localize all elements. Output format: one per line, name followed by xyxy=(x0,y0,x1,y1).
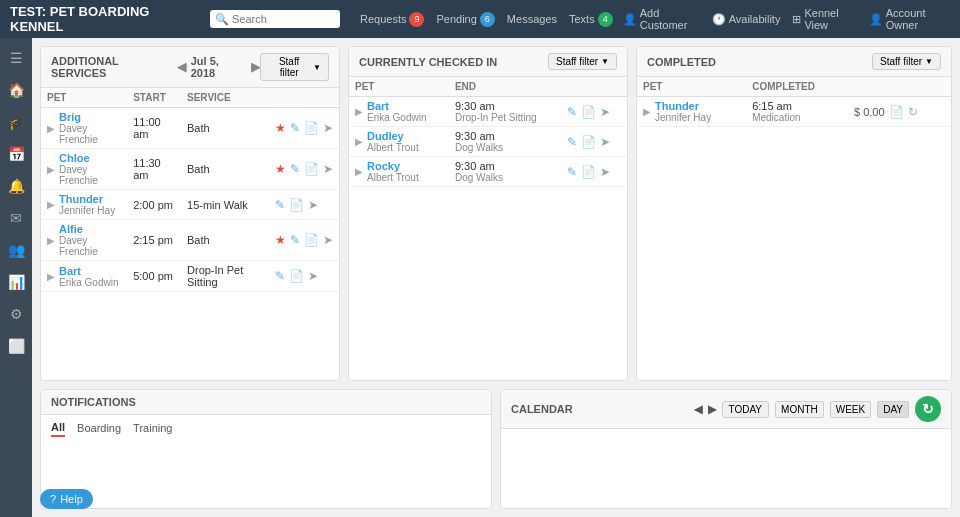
forward-icon[interactable]: ➤ xyxy=(600,135,610,149)
row-actions: ✎ 📄 ➤ xyxy=(561,97,627,127)
c-col-completed: COMPLETED xyxy=(746,77,848,97)
edit-icon[interactable]: ✎ xyxy=(290,121,300,135)
pet-name[interactable]: Rocky xyxy=(367,160,419,172)
pending-badge: 6 xyxy=(480,12,495,27)
star-icon[interactable]: ★ xyxy=(275,233,286,247)
c-col-actions xyxy=(848,77,951,97)
cal-prev-icon[interactable]: ◀ xyxy=(694,403,702,416)
table-row: ▶ Bart Erika Godwin 5:00 pm Drop-In Pet … xyxy=(41,261,339,292)
service-name: Drop-In Pet Sitting xyxy=(181,261,269,292)
add-customer-btn[interactable]: 👤 Add Customer xyxy=(623,7,700,31)
edit-icon[interactable]: ✎ xyxy=(567,135,577,149)
forward-icon[interactable]: ➤ xyxy=(600,105,610,119)
sidebar-icon-users[interactable]: 👥 xyxy=(4,238,28,262)
table-row: ▶ Bart Erika Godwin 9:30 am Drop-In Pet … xyxy=(349,97,627,127)
pet-cell: ▶ Chloe Davey Frenchie xyxy=(41,149,127,190)
pet-name[interactable]: Alfie xyxy=(59,223,121,235)
cal-scroll-btn[interactable]: ↻ xyxy=(915,396,941,422)
start-time: 11:30 am xyxy=(127,149,181,190)
forward-icon[interactable]: ➤ xyxy=(308,269,318,283)
forward-icon[interactable]: ➤ xyxy=(323,162,333,176)
sidebar-icon-box[interactable]: ⬜ xyxy=(4,334,28,358)
nav-item-requests[interactable]: Requests 9 xyxy=(360,12,424,27)
tab-boarding[interactable]: Boarding xyxy=(77,420,121,436)
service-name: Bath xyxy=(181,108,269,149)
sidebar-icon-gear[interactable]: ⚙ xyxy=(4,302,28,326)
pet-name[interactable]: Chloe xyxy=(59,152,121,164)
completed-filter-caret: ▼ xyxy=(925,57,933,66)
completed-filter-btn[interactable]: Staff filter ▼ xyxy=(872,53,941,70)
forward-icon[interactable]: ➤ xyxy=(600,165,610,179)
cal-today-btn[interactable]: TODAY xyxy=(722,401,770,418)
doc-icon[interactable]: 📄 xyxy=(289,198,304,212)
doc-icon[interactable]: 📄 xyxy=(304,162,319,176)
additional-services-header: ADDITIONAL SERVICES ◀ Jul 5, 2018 ▶ Staf… xyxy=(41,47,339,88)
forward-icon[interactable]: ➤ xyxy=(323,233,333,247)
pet-cell: ▶ Thunder Jennifer Hay xyxy=(41,190,127,220)
edit-icon[interactable]: ✎ xyxy=(275,269,285,283)
end-time: 9:30 am Drop-In Pet Sitting xyxy=(449,97,561,127)
notifications-title: NOTIFICATIONS xyxy=(51,396,136,408)
forward-icon[interactable]: ➤ xyxy=(308,198,318,212)
account-owner-btn[interactable]: 👤 Account Owner xyxy=(869,7,950,31)
pet-cell: ▶ Rocky Albert Trout xyxy=(349,157,449,187)
date-next-arrow[interactable]: ▶ xyxy=(251,60,260,74)
edit-icon[interactable]: ✎ xyxy=(275,198,285,212)
start-time: 5:00 pm xyxy=(127,261,181,292)
sidebar-icon-calendar[interactable]: 📅 xyxy=(4,142,28,166)
checked-in-filter-btn[interactable]: Staff filter ▼ xyxy=(548,53,617,70)
star-icon[interactable]: ★ xyxy=(275,121,286,135)
nav-item-pending[interactable]: Pending 6 xyxy=(436,12,494,27)
sidebar-icon-chart[interactable]: 📊 xyxy=(4,270,28,294)
grid-icon: ⊞ xyxy=(792,13,801,26)
pet-name[interactable]: Thunder xyxy=(59,193,115,205)
account-icon: 👤 xyxy=(869,13,883,26)
table-row: ▶ Brig Davey Frenchie 11:00 am Bath ★ ✎ … xyxy=(41,108,339,149)
edit-icon[interactable]: ✎ xyxy=(567,165,577,179)
pet-name[interactable]: Dudley xyxy=(367,130,419,142)
pet-name[interactable]: Brig xyxy=(59,111,121,123)
tab-all[interactable]: All xyxy=(51,419,65,437)
edit-icon[interactable]: ✎ xyxy=(567,105,577,119)
cal-next-icon[interactable]: ▶ xyxy=(708,403,716,416)
edit-icon[interactable]: ✎ xyxy=(290,162,300,176)
tab-training[interactable]: Training xyxy=(133,420,172,436)
doc-icon[interactable]: 📄 xyxy=(304,121,319,135)
availability-btn[interactable]: 🕐 Availability xyxy=(712,13,781,26)
cal-day-btn[interactable]: DAY xyxy=(877,401,909,418)
nav-item-messages[interactable]: Messages xyxy=(507,13,557,25)
doc-icon[interactable]: 📄 xyxy=(581,105,596,119)
search-icon: 🔍 xyxy=(215,13,229,26)
doc-icon[interactable]: 📄 xyxy=(304,233,319,247)
forward-icon[interactable]: ➤ xyxy=(323,121,333,135)
doc-icon[interactable]: 📄 xyxy=(581,135,596,149)
date-prev-arrow[interactable]: ◀ xyxy=(177,60,186,74)
pet-owner: Jennifer Hay xyxy=(59,205,115,216)
doc-icon[interactable]: 📄 xyxy=(289,269,304,283)
doc-icon[interactable]: 📄 xyxy=(889,105,904,119)
pet-name[interactable]: Bart xyxy=(367,100,426,112)
cal-month-btn[interactable]: MONTH xyxy=(775,401,824,418)
pet-owner: Davey Frenchie xyxy=(59,164,121,186)
nav-item-texts[interactable]: Texts 4 xyxy=(569,12,613,27)
cal-week-btn[interactable]: WEEK xyxy=(830,401,871,418)
kennel-view-btn[interactable]: ⊞ Kennel View xyxy=(792,7,856,31)
doc-icon[interactable]: 📄 xyxy=(581,165,596,179)
refresh-icon[interactable]: ↻ xyxy=(908,105,918,119)
pet-name[interactable]: Thunder xyxy=(655,100,711,112)
start-time: 2:00 pm xyxy=(127,190,181,220)
additional-services-filter-btn[interactable]: Staff filter ▼ xyxy=(260,53,329,81)
sidebar-icon-bell[interactable]: 🔔 xyxy=(4,174,28,198)
star-icon[interactable]: ★ xyxy=(275,162,286,176)
edit-icon[interactable]: ✎ xyxy=(290,233,300,247)
sidebar-icon-graduation[interactable]: 🎓 xyxy=(4,110,28,134)
help-button[interactable]: ? Help xyxy=(40,489,93,509)
completed-header: COMPLETED Staff filter ▼ xyxy=(637,47,951,77)
pet-owner: Davey Frenchie xyxy=(59,123,121,145)
pet-name[interactable]: Bart xyxy=(59,265,118,277)
sidebar-icon-home[interactable]: 🏠 xyxy=(4,78,28,102)
pet-owner: Erika Godwin xyxy=(367,112,426,123)
search-input[interactable] xyxy=(210,10,340,28)
sidebar-icon-envelope[interactable]: ✉ xyxy=(4,206,28,230)
sidebar-icon-menu[interactable]: ☰ xyxy=(4,46,28,70)
